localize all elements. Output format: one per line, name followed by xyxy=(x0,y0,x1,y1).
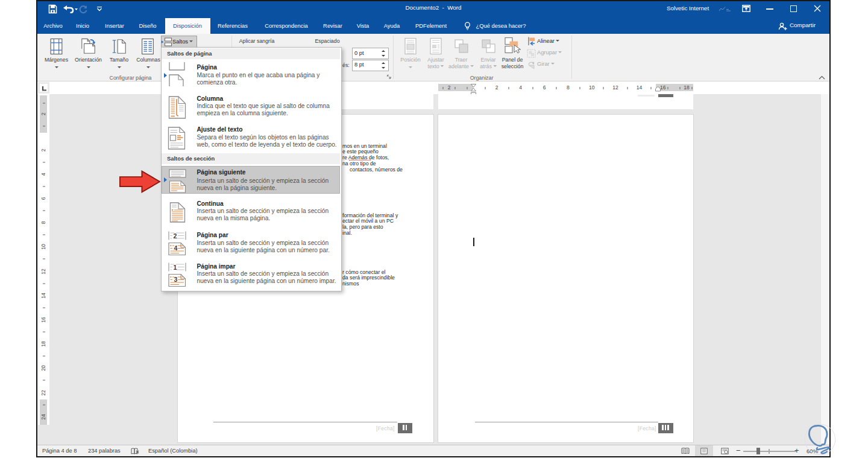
svg-text:1: 1 xyxy=(174,264,177,271)
svg-text:3: 3 xyxy=(174,276,178,283)
svg-text:4: 4 xyxy=(174,244,178,252)
svg-text:2: 2 xyxy=(174,232,177,240)
